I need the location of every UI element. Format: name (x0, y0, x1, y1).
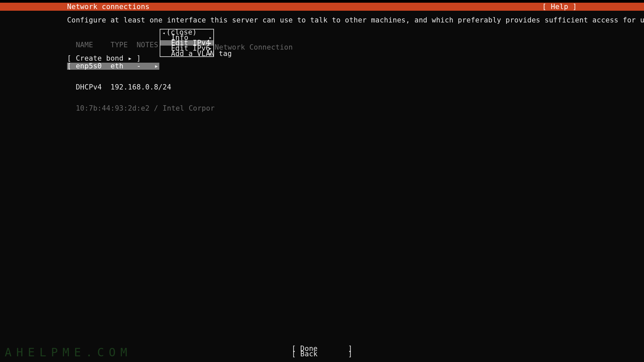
back-button[interactable]: [ Back ] (291, 350, 352, 358)
col-name: NAME (76, 41, 93, 49)
instruction-text: Configure at least one interface this se… (67, 17, 644, 24)
watermark-text: AHELPME.COM (5, 347, 132, 358)
header-bar: Network connections [ Help ] (0, 3, 644, 11)
table-row-dhcp: DHCPv4 192.168.0.8/24 (67, 84, 215, 91)
help-button[interactable]: [ Help ] (542, 3, 577, 10)
top-black-bar (0, 0, 644, 3)
row2-name: DHCPv4 (76, 83, 102, 91)
row1-notes: - (137, 62, 141, 70)
table-row-mac: 10:7b:44:93:2d:e2 / Intel Corpor (67, 105, 215, 112)
table-row-interface[interactable]: [ enp5s0 eth -▸ (67, 63, 215, 70)
col-type: TYPE (110, 41, 128, 49)
chevron-right-icon: ▸ (154, 63, 159, 70)
menu-item-add-vlan[interactable]: Add a VLAN tag▸ (160, 51, 213, 56)
menu-item-add-vlan-label: Add a VLAN tag (171, 50, 232, 58)
page-title: Network connections (67, 3, 150, 10)
row1-bracket: [ (67, 62, 71, 70)
chevron-right-icon: ▸ (209, 51, 212, 56)
row3-mac: 10:7b:44:93:2d:e2 / Intel Corpor (76, 104, 215, 112)
create-bond-button[interactable]: [ Create bond ▸ ] (67, 55, 141, 62)
interface-context-menu: ◂(close) Info▸ Edit IPv4▸ Edit IPv6▸ Add… (160, 29, 214, 57)
row1-type: eth (110, 62, 123, 70)
row1-name: enp5s0 (76, 62, 102, 70)
col-notes: NOTES (137, 41, 158, 49)
row2-value: 192.168.0.8/24 (110, 83, 171, 91)
